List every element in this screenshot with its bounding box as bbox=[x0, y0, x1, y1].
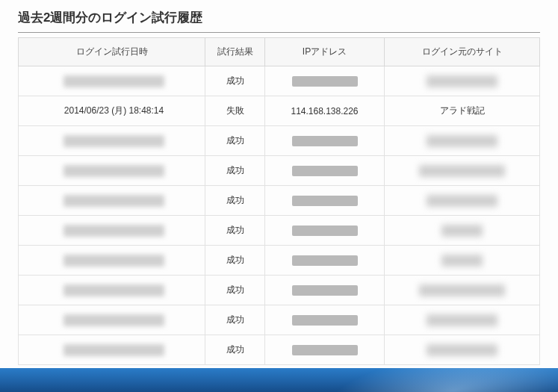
cell-site bbox=[385, 186, 540, 216]
cell-site bbox=[385, 216, 540, 246]
cell-ip bbox=[265, 276, 385, 305]
redacted-datetime bbox=[63, 344, 164, 356]
table-row: 成功 bbox=[19, 216, 540, 246]
cell-site: アラド戦記 bbox=[385, 96, 540, 126]
cell-site bbox=[385, 335, 540, 365]
redacted-datetime bbox=[63, 195, 164, 207]
redacted-ip bbox=[292, 315, 358, 326]
cell-datetime bbox=[19, 246, 205, 276]
table-row: 成功 bbox=[19, 305, 540, 335]
cell-datetime bbox=[19, 126, 205, 156]
redacted-ip bbox=[292, 285, 358, 296]
cell-ip bbox=[265, 156, 385, 186]
cell-result: 成功 bbox=[205, 126, 265, 156]
cell-datetime bbox=[19, 335, 205, 365]
table-row: 成功 bbox=[19, 246, 540, 276]
cell-result: 成功 bbox=[205, 335, 265, 365]
cell-result: 成功 bbox=[205, 305, 265, 335]
cell-site bbox=[385, 126, 540, 156]
cell-site bbox=[385, 305, 540, 335]
cell-site bbox=[385, 66, 540, 96]
redacted-site bbox=[441, 225, 483, 237]
header-ip: IPアドレス bbox=[265, 38, 385, 66]
table-row: 成功 bbox=[19, 66, 540, 96]
cell-result: 成功 bbox=[205, 276, 265, 305]
redacted-ip bbox=[292, 76, 358, 87]
footer-banner bbox=[0, 368, 558, 392]
redacted-datetime bbox=[63, 314, 164, 326]
cell-ip bbox=[265, 126, 385, 156]
redacted-ip bbox=[292, 136, 358, 146]
cell-result: 成功 bbox=[205, 216, 265, 246]
login-history-table: ログイン試行日時 試行結果 IPアドレス ログイン元のサイト 成功2014/06… bbox=[18, 37, 540, 365]
cell-result: 成功 bbox=[205, 66, 265, 96]
cell-result: 成功 bbox=[205, 246, 265, 276]
redacted-datetime bbox=[63, 165, 164, 177]
table-row: 成功 bbox=[19, 126, 540, 156]
redacted-datetime bbox=[63, 284, 164, 296]
redacted-site bbox=[427, 195, 497, 207]
cell-datetime bbox=[19, 276, 205, 305]
header-site: ログイン元のサイト bbox=[385, 38, 540, 66]
cell-datetime bbox=[19, 216, 205, 246]
redacted-datetime bbox=[63, 135, 164, 147]
cell-site bbox=[385, 156, 540, 186]
table-row: 成功 bbox=[19, 276, 540, 305]
redacted-site bbox=[441, 255, 483, 267]
header-datetime: ログイン試行日時 bbox=[19, 38, 205, 66]
cell-ip bbox=[265, 305, 385, 335]
cell-ip bbox=[265, 186, 385, 216]
cell-site bbox=[385, 276, 540, 305]
title-divider bbox=[18, 32, 540, 33]
table-row: 2014/06/23 (月) 18:48:14失敗114.168.138.226… bbox=[19, 96, 540, 126]
table-row: 成功 bbox=[19, 156, 540, 186]
redacted-datetime bbox=[63, 75, 164, 87]
cell-datetime bbox=[19, 186, 205, 216]
cell-result: 失敗 bbox=[205, 96, 265, 126]
cell-ip bbox=[265, 66, 385, 96]
table-header-row: ログイン試行日時 試行結果 IPアドレス ログイン元のサイト bbox=[19, 38, 540, 66]
cell-datetime: 2014/06/23 (月) 18:48:14 bbox=[19, 96, 205, 126]
redacted-site bbox=[427, 344, 497, 356]
redacted-ip bbox=[292, 225, 358, 236]
redacted-ip bbox=[292, 166, 358, 176]
table-row: 成功 bbox=[19, 186, 540, 216]
redacted-site bbox=[427, 135, 497, 147]
cell-ip: 114.168.138.226 bbox=[265, 96, 385, 126]
cell-ip bbox=[265, 246, 385, 276]
cell-ip bbox=[265, 335, 385, 365]
cell-datetime bbox=[19, 66, 205, 96]
redacted-site bbox=[427, 75, 497, 87]
redacted-datetime bbox=[63, 255, 164, 267]
cell-result: 成功 bbox=[205, 156, 265, 186]
redacted-site bbox=[419, 284, 505, 296]
redacted-ip bbox=[292, 345, 358, 355]
redacted-ip bbox=[292, 255, 358, 266]
cell-site bbox=[385, 246, 540, 276]
header-result: 試行結果 bbox=[205, 38, 265, 66]
cell-datetime bbox=[19, 156, 205, 186]
cell-result: 成功 bbox=[205, 186, 265, 216]
table-row: 成功 bbox=[19, 335, 540, 365]
cell-ip bbox=[265, 216, 385, 246]
cell-datetime bbox=[19, 305, 205, 335]
redacted-site bbox=[419, 165, 505, 177]
redacted-datetime bbox=[63, 225, 164, 237]
page-title: 過去2週間分のログイン試行履歴 bbox=[18, 9, 540, 26]
redacted-site bbox=[427, 314, 497, 326]
redacted-ip bbox=[292, 196, 358, 206]
